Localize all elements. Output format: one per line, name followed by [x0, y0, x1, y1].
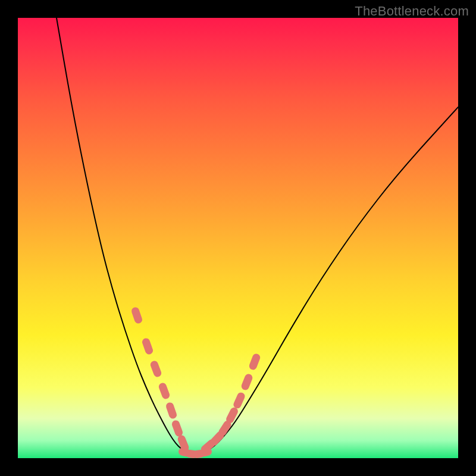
curve-marker	[232, 392, 246, 410]
plot-area	[18, 18, 458, 458]
curve-marker	[158, 382, 171, 400]
chart-frame: TheBottleneck.com	[0, 0, 476, 476]
curve-marker	[165, 402, 178, 420]
curve-marker	[240, 373, 253, 392]
watermark-text: TheBottleneck.com	[355, 4, 469, 19]
curve-marker	[171, 419, 184, 438]
bottleneck-chart	[18, 18, 458, 458]
curve-marker	[248, 353, 261, 371]
bottleneck-curve-line	[57, 18, 458, 453]
curve-marker	[141, 337, 154, 356]
curve-marker	[130, 306, 143, 325]
marker-band	[130, 306, 261, 458]
curve-marker	[149, 360, 162, 378]
